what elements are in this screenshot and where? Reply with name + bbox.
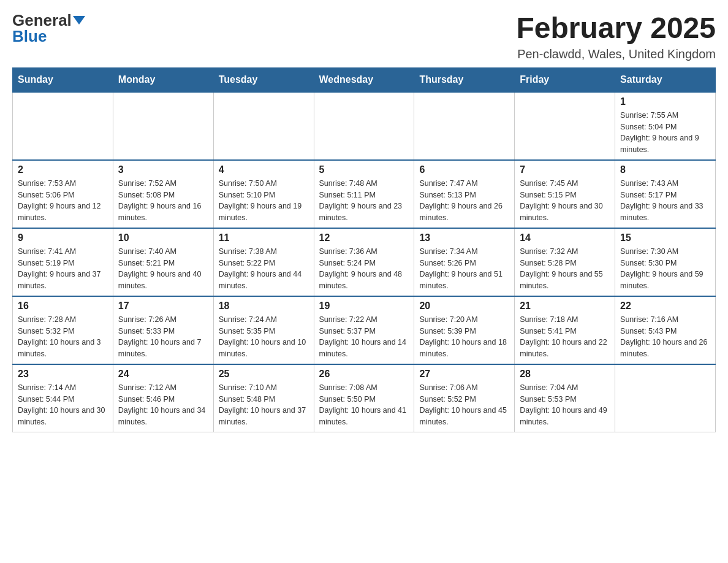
calendar-cell: 6Sunrise: 7:47 AMSunset: 5:13 PMDaylight…: [414, 160, 515, 228]
month-title: February 2025: [516, 12, 716, 45]
day-info: Sunrise: 7:43 AMSunset: 5:17 PMDaylight:…: [620, 178, 710, 224]
week-row-4: 23Sunrise: 7:14 AMSunset: 5:44 PMDayligh…: [13, 364, 716, 432]
day-info: Sunrise: 7:08 AMSunset: 5:50 PMDaylight:…: [319, 382, 409, 428]
calendar-cell: 25Sunrise: 7:10 AMSunset: 5:48 PMDayligh…: [213, 364, 314, 432]
day-info: Sunrise: 7:26 AMSunset: 5:33 PMDaylight:…: [118, 314, 208, 360]
page-header: General Blue February 2025 Pen-clawdd, W…: [12, 12, 716, 61]
calendar-cell: 24Sunrise: 7:12 AMSunset: 5:46 PMDayligh…: [113, 364, 213, 432]
day-info: Sunrise: 7:16 AMSunset: 5:43 PMDaylight:…: [620, 314, 710, 360]
calendar-cell: 11Sunrise: 7:38 AMSunset: 5:22 PMDayligh…: [213, 228, 314, 296]
day-number: 22: [620, 301, 710, 312]
day-info: Sunrise: 7:55 AMSunset: 5:04 PMDaylight:…: [620, 110, 710, 156]
calendar-cell: 9Sunrise: 7:41 AMSunset: 5:19 PMDaylight…: [13, 228, 113, 296]
day-header-wednesday: Wednesday: [314, 67, 414, 92]
calendar-cell: 3Sunrise: 7:52 AMSunset: 5:08 PMDaylight…: [113, 160, 213, 228]
day-number: 17: [118, 301, 208, 312]
week-row-3: 16Sunrise: 7:28 AMSunset: 5:32 PMDayligh…: [13, 296, 716, 364]
day-info: Sunrise: 7:12 AMSunset: 5:46 PMDaylight:…: [118, 382, 208, 428]
calendar-cell: 8Sunrise: 7:43 AMSunset: 5:17 PMDaylight…: [615, 160, 716, 228]
day-number: 13: [419, 232, 509, 243]
day-number: 21: [520, 301, 610, 312]
week-row-0: 1Sunrise: 7:55 AMSunset: 5:04 PMDaylight…: [13, 92, 716, 160]
day-number: 18: [219, 301, 309, 312]
day-info: Sunrise: 7:04 AMSunset: 5:53 PMDaylight:…: [520, 382, 610, 428]
day-number: 23: [18, 369, 108, 380]
calendar-cell: [314, 92, 414, 160]
day-number: 12: [319, 232, 409, 243]
calendar-header: SundayMondayTuesdayWednesdayThursdayFrid…: [13, 67, 716, 92]
day-number: 15: [620, 232, 710, 243]
day-header-saturday: Saturday: [615, 67, 716, 92]
day-info: Sunrise: 7:38 AMSunset: 5:22 PMDaylight:…: [219, 246, 309, 292]
calendar-cell: [13, 92, 113, 160]
day-number: 1: [620, 96, 710, 107]
day-number: 2: [18, 164, 108, 175]
day-number: 20: [419, 301, 509, 312]
day-number: 11: [219, 232, 309, 243]
location-subtitle: Pen-clawdd, Wales, United Kingdom: [516, 47, 716, 61]
logo-general-text: General: [12, 12, 72, 28]
calendar-cell: 4Sunrise: 7:50 AMSunset: 5:10 PMDaylight…: [213, 160, 314, 228]
calendar-cell: 20Sunrise: 7:20 AMSunset: 5:39 PMDayligh…: [414, 296, 515, 364]
day-info: Sunrise: 7:32 AMSunset: 5:28 PMDaylight:…: [520, 246, 610, 292]
logo: General Blue: [12, 12, 85, 44]
logo-arrow-icon: [73, 16, 85, 25]
day-info: Sunrise: 7:22 AMSunset: 5:37 PMDaylight:…: [319, 314, 409, 360]
calendar-cell: [113, 92, 213, 160]
week-row-1: 2Sunrise: 7:53 AMSunset: 5:06 PMDaylight…: [13, 160, 716, 228]
day-number: 4: [219, 164, 309, 175]
day-number: 19: [319, 301, 409, 312]
calendar-cell: 23Sunrise: 7:14 AMSunset: 5:44 PMDayligh…: [13, 364, 113, 432]
day-info: Sunrise: 7:06 AMSunset: 5:52 PMDaylight:…: [419, 382, 509, 428]
day-number: 5: [319, 164, 409, 175]
calendar-cell: 22Sunrise: 7:16 AMSunset: 5:43 PMDayligh…: [615, 296, 716, 364]
day-info: Sunrise: 7:28 AMSunset: 5:32 PMDaylight:…: [18, 314, 108, 360]
calendar-cell: 15Sunrise: 7:30 AMSunset: 5:30 PMDayligh…: [615, 228, 716, 296]
day-header-thursday: Thursday: [414, 67, 515, 92]
day-info: Sunrise: 7:36 AMSunset: 5:24 PMDaylight:…: [319, 246, 409, 292]
day-header-tuesday: Tuesday: [213, 67, 314, 92]
day-info: Sunrise: 7:48 AMSunset: 5:11 PMDaylight:…: [319, 178, 409, 224]
calendar-cell: 18Sunrise: 7:24 AMSunset: 5:35 PMDayligh…: [213, 296, 314, 364]
day-info: Sunrise: 7:50 AMSunset: 5:10 PMDaylight:…: [219, 178, 309, 224]
day-info: Sunrise: 7:52 AMSunset: 5:08 PMDaylight:…: [118, 178, 208, 224]
calendar-cell: 13Sunrise: 7:34 AMSunset: 5:26 PMDayligh…: [414, 228, 515, 296]
calendar-cell: 2Sunrise: 7:53 AMSunset: 5:06 PMDaylight…: [13, 160, 113, 228]
day-number: 26: [319, 369, 409, 380]
day-header-sunday: Sunday: [13, 67, 113, 92]
calendar-table: SundayMondayTuesdayWednesdayThursdayFrid…: [12, 67, 716, 432]
day-info: Sunrise: 7:45 AMSunset: 5:15 PMDaylight:…: [520, 178, 610, 224]
day-number: 25: [219, 369, 309, 380]
day-number: 10: [118, 232, 208, 243]
calendar-cell: 10Sunrise: 7:40 AMSunset: 5:21 PMDayligh…: [113, 228, 213, 296]
day-info: Sunrise: 7:30 AMSunset: 5:30 PMDaylight:…: [620, 246, 710, 292]
calendar-cell: [414, 92, 515, 160]
day-number: 9: [18, 232, 108, 243]
day-number: 14: [520, 232, 610, 243]
day-info: Sunrise: 7:18 AMSunset: 5:41 PMDaylight:…: [520, 314, 610, 360]
day-header-friday: Friday: [515, 67, 615, 92]
calendar-cell: 12Sunrise: 7:36 AMSunset: 5:24 PMDayligh…: [314, 228, 414, 296]
calendar-cell: 28Sunrise: 7:04 AMSunset: 5:53 PMDayligh…: [515, 364, 615, 432]
calendar-body: 1Sunrise: 7:55 AMSunset: 5:04 PMDaylight…: [13, 92, 716, 432]
day-info: Sunrise: 7:34 AMSunset: 5:26 PMDaylight:…: [419, 246, 509, 292]
logo-blue-text: Blue: [12, 28, 47, 44]
calendar-cell: 26Sunrise: 7:08 AMSunset: 5:50 PMDayligh…: [314, 364, 414, 432]
day-info: Sunrise: 7:20 AMSunset: 5:39 PMDaylight:…: [419, 314, 509, 360]
calendar-cell: 27Sunrise: 7:06 AMSunset: 5:52 PMDayligh…: [414, 364, 515, 432]
day-number: 6: [419, 164, 509, 175]
day-info: Sunrise: 7:41 AMSunset: 5:19 PMDaylight:…: [18, 246, 108, 292]
day-number: 8: [620, 164, 710, 175]
calendar-cell: 7Sunrise: 7:45 AMSunset: 5:15 PMDaylight…: [515, 160, 615, 228]
calendar-cell: 14Sunrise: 7:32 AMSunset: 5:28 PMDayligh…: [515, 228, 615, 296]
day-info: Sunrise: 7:53 AMSunset: 5:06 PMDaylight:…: [18, 178, 108, 224]
day-info: Sunrise: 7:24 AMSunset: 5:35 PMDaylight:…: [219, 314, 309, 360]
calendar-cell: 5Sunrise: 7:48 AMSunset: 5:11 PMDaylight…: [314, 160, 414, 228]
calendar-cell: 1Sunrise: 7:55 AMSunset: 5:04 PMDaylight…: [615, 92, 716, 160]
calendar-cell: 17Sunrise: 7:26 AMSunset: 5:33 PMDayligh…: [113, 296, 213, 364]
day-number: 28: [520, 369, 610, 380]
day-info: Sunrise: 7:40 AMSunset: 5:21 PMDaylight:…: [118, 246, 208, 292]
day-number: 27: [419, 369, 509, 380]
day-number: 3: [118, 164, 208, 175]
day-header-monday: Monday: [113, 67, 213, 92]
